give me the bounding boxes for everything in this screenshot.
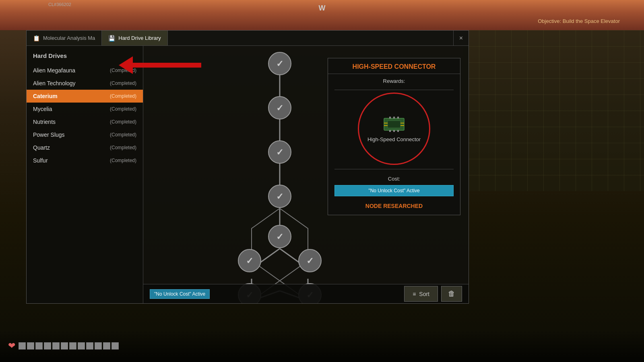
svg-rect-39 <box>393 117 395 119</box>
svg-rect-41 <box>389 130 391 132</box>
sidebar-item-nutrients[interactable]: Nutrients (Completed) <box>27 115 143 128</box>
chip-icon-svg <box>382 115 406 133</box>
health-segment <box>103 342 110 350</box>
node-researched-label: NODE RESEARCHED <box>328 200 460 215</box>
content-area: Hard Drives Alien Megafauna (Completed) … <box>27 46 469 303</box>
hud-top: CL#366202 W Objective: Build the Space E… <box>0 0 644 30</box>
divider-mid <box>334 169 454 169</box>
main-window: 📋 Molecular Analysis Ma 💾 Hard Drive Lib… <box>26 30 469 304</box>
svg-rect-37 <box>388 121 400 128</box>
trash-icon: 🗑 <box>448 290 455 298</box>
health-segment <box>19 342 26 350</box>
main-panel: ✓ ✓ ✓ ✓ ✓ ✓ <box>143 46 469 303</box>
sidebar-item-name: Mycelia <box>33 106 52 112</box>
sidebar-item-alien-technology[interactable]: Alien Technology (Completed) <box>27 77 143 90</box>
health-segment <box>95 342 102 350</box>
sidebar-item-status: (Completed) <box>110 106 136 112</box>
sort-label: Sort <box>419 291 429 297</box>
info-panel-title: HIGH-SPEED CONNECTOR <box>328 58 460 74</box>
sidebar-item-name: Nutrients <box>33 119 56 125</box>
tab-harddrive[interactable]: 💾 Hard Drive Library <box>102 31 167 45</box>
harddrive-tab-label: Hard Drive Library <box>118 35 161 41</box>
harddrive-tab-icon: 💾 <box>108 35 115 41</box>
svg-rect-38 <box>389 117 391 119</box>
health-bar <box>19 342 119 350</box>
sidebar-item-status: (Completed) <box>110 145 136 150</box>
bottom-bar: "No Unlock Cost" Active ≡ Sort 🗑 <box>143 284 469 303</box>
molecular-tab-label: Molecular Analysis Ma <box>43 35 95 41</box>
objective-text: Objective: Build the Space Elevator <box>538 18 620 24</box>
player-id: CL#366202 <box>48 2 71 7</box>
sort-icon: ≡ <box>413 291 416 297</box>
health-segment <box>111 342 119 350</box>
sidebar-item-status: (Completed) <box>110 158 136 163</box>
sort-button[interactable]: ≡ Sort <box>404 286 438 302</box>
bottom-hud: ❤ <box>0 330 644 362</box>
health-segment <box>35 342 43 350</box>
sidebar-item-name: Caterium <box>33 93 58 99</box>
sidebar-item-quartz[interactable]: Quartz (Completed) <box>27 141 143 154</box>
sidebar-item-status: (Completed) <box>110 80 136 86</box>
close-icon: × <box>459 35 463 42</box>
health-icon: ❤ <box>8 341 15 351</box>
sidebar-item-name: Alien Technology <box>33 80 76 86</box>
svg-text:✓: ✓ <box>276 232 283 242</box>
health-segment <box>78 342 85 350</box>
svg-text:✓: ✓ <box>276 103 283 113</box>
svg-text:✓: ✓ <box>306 256 314 266</box>
sidebar: Hard Drives Alien Megafauna (Completed) … <box>27 46 143 303</box>
health-segment <box>27 342 34 350</box>
arrow-body <box>133 63 201 68</box>
health-segment <box>69 342 76 350</box>
sidebar-item-status: (Completed) <box>110 93 136 99</box>
sidebar-item-name: Sulfur <box>33 157 48 164</box>
close-button[interactable]: × <box>453 31 469 45</box>
sidebar-item-name: Alien Megafauna <box>33 67 75 74</box>
sidebar-item-caterium[interactable]: Caterium (Completed) <box>27 90 143 103</box>
health-segment <box>52 342 60 350</box>
title-bar: 📋 Molecular Analysis Ma 💾 Hard Drive Lib… <box>27 31 469 46</box>
no-cost-active-badge: "No Unlock Cost" Active <box>334 185 454 196</box>
rewards-label: Rewards: <box>328 74 460 87</box>
svg-rect-43 <box>397 130 399 132</box>
tech-tree-svg: ✓ ✓ ✓ ✓ ✓ ✓ <box>219 51 340 303</box>
sidebar-item-status: (Completed) <box>110 119 136 125</box>
svg-rect-42 <box>393 130 395 132</box>
svg-text:✓: ✓ <box>246 256 253 266</box>
sidebar-item-mycelia[interactable]: Mycelia (Completed) <box>27 103 143 115</box>
compass-letter: W <box>319 4 326 12</box>
svg-rect-40 <box>397 117 399 119</box>
reward-item-name: High-Speed Connector <box>367 136 421 142</box>
divider-top <box>334 90 454 90</box>
svg-text:✓: ✓ <box>276 191 283 202</box>
arrow-head <box>119 56 133 74</box>
sidebar-item-status: (Completed) <box>110 132 136 138</box>
cost-label: Cost: <box>328 172 460 185</box>
health-segment <box>61 342 68 350</box>
sidebar-item-name: Power Slugs <box>33 132 65 138</box>
sidebar-item-sulfur[interactable]: Sulfur (Completed) <box>27 154 143 167</box>
sidebar-item-power-slugs[interactable]: Power Slugs (Completed) <box>27 128 143 141</box>
no-cost-badge: "No Unlock Cost" Active <box>150 289 210 299</box>
delete-button[interactable]: 🗑 <box>441 286 462 302</box>
health-segment <box>44 342 51 350</box>
reward-circle: High-Speed Connector <box>358 93 430 165</box>
grid-background <box>463 30 644 191</box>
molecular-tab-icon: 📋 <box>33 35 40 41</box>
sidebar-item-name: Quartz <box>33 144 50 151</box>
svg-text:✓: ✓ <box>276 147 283 157</box>
tab-molecular[interactable]: 📋 Molecular Analysis Ma <box>27 31 102 45</box>
health-segment <box>86 342 93 350</box>
svg-text:✓: ✓ <box>276 59 283 69</box>
red-arrow-indicator <box>119 56 201 74</box>
info-panel: HIGH-SPEED CONNECTOR Rewards: <box>328 58 460 215</box>
